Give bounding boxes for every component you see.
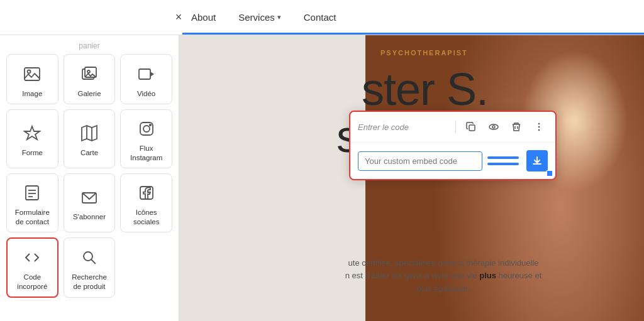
sidebar-item-image[interactable]: Image: [6, 54, 58, 104]
nav-about[interactable]: About: [182, 7, 225, 28]
sidebar-item-label: Icônes sociales: [125, 208, 168, 227]
video-icon: [135, 63, 158, 85]
sidebar-item-label: Formulaire de contact: [11, 208, 54, 227]
resize-handle[interactable]: [547, 170, 553, 177]
eye-button[interactable]: [485, 118, 502, 136]
sidebar-item-recherche-produit[interactable]: Recherche de produit: [64, 237, 116, 298]
trash-button[interactable]: [508, 118, 525, 136]
svg-rect-5: [139, 69, 150, 79]
website-preview: PSYCHOTHERAPIST ster S. ssenbach ute cer…: [179, 35, 644, 321]
embed-download-button[interactable]: [526, 150, 548, 171]
sidebar-grid: Image Galerie: [6, 54, 172, 298]
toolbar-divider: [455, 121, 456, 133]
code-icon: [21, 246, 43, 269]
sidebar-item-video[interactable]: Vidéo: [120, 54, 172, 104]
sidebar-item-formulaire[interactable]: Formulaire de contact: [6, 173, 58, 232]
search-icon: [78, 246, 101, 269]
svg-rect-14: [26, 186, 38, 200]
facebook-icon: [135, 182, 158, 204]
svg-point-12: [143, 126, 150, 132]
embed-code-input[interactable]: [358, 151, 482, 171]
sidebar-item-label: S'abonner: [73, 212, 106, 222]
svg-point-13: [149, 124, 150, 126]
nav-contact[interactable]: Contact: [295, 7, 345, 28]
image-icon: [21, 63, 43, 85]
close-button[interactable]: ×: [170, 9, 187, 26]
copy-button[interactable]: [462, 118, 480, 136]
svg-marker-7: [25, 126, 40, 139]
embed-code-widget: Entrer le code: [349, 111, 557, 180]
svg-point-23: [489, 124, 498, 129]
more-options-button[interactable]: [530, 118, 548, 136]
embed-widget-toolbar: Entrer le code: [350, 112, 555, 143]
svg-point-20: [84, 252, 92, 261]
sidebar-item-label: Vidéo: [137, 89, 155, 99]
svg-rect-22: [469, 125, 475, 131]
svg-point-24: [492, 126, 495, 128]
svg-point-28: [538, 126, 540, 128]
sidebar-item-carte[interactable]: Carte: [64, 109, 116, 168]
sidebar-item-label: Galerie: [77, 89, 101, 99]
sidebar-item-sabonner[interactable]: S'abonner: [64, 173, 116, 232]
form-icon: [21, 182, 43, 204]
embed-slider-bottom[interactable]: [487, 163, 519, 165]
embed-slider-top[interactable]: [487, 156, 519, 159]
sidebar-item-flux-instagram[interactable]: Flux Instagram: [120, 109, 172, 168]
map-icon: [78, 122, 101, 144]
sidebar-item-galerie[interactable]: Galerie: [64, 54, 116, 104]
svg-point-1: [28, 70, 31, 73]
nav-blue-line: [182, 33, 644, 35]
svg-point-27: [538, 123, 540, 125]
nav-services-label: Services: [238, 12, 275, 23]
main-area: panier Image: [0, 35, 644, 321]
star-icon: [21, 122, 43, 144]
sidebar-item-label: Image: [22, 89, 42, 99]
sidebar: panier Image: [0, 35, 179, 321]
sidebar-item-label: Code incorporé: [11, 273, 53, 291]
embed-widget-body: [350, 143, 555, 179]
gallery-icon: [78, 63, 101, 85]
embed-code-label: Entrer le code: [358, 122, 449, 132]
svg-point-29: [538, 129, 540, 131]
navbar: × About Services ▾ Contact: [0, 0, 644, 35]
instagram-icon: [135, 117, 158, 140]
sidebar-item-label: Carte: [80, 148, 98, 158]
chevron-down-icon: ▾: [277, 13, 281, 21]
nav-services[interactable]: Services ▾: [230, 7, 290, 28]
sidebar-item-code-incorpore[interactable]: Code incorporé: [6, 237, 58, 298]
svg-line-21: [91, 259, 96, 264]
sidebar-item-forme[interactable]: Forme: [6, 109, 58, 168]
sidebar-item-label: Flux Instagram: [125, 144, 168, 163]
sidebar-scroll-hint: panier: [6, 41, 172, 54]
email-icon: [78, 186, 101, 209]
svg-rect-0: [25, 68, 40, 80]
sidebar-item-icones-sociales[interactable]: Icônes sociales: [120, 173, 172, 232]
embed-sliders: [487, 156, 519, 165]
sidebar-item-label: Recherche de produit: [68, 273, 111, 291]
svg-marker-6: [150, 72, 154, 77]
sidebar-item-label: Forme: [22, 148, 43, 158]
svg-marker-8: [82, 126, 97, 141]
